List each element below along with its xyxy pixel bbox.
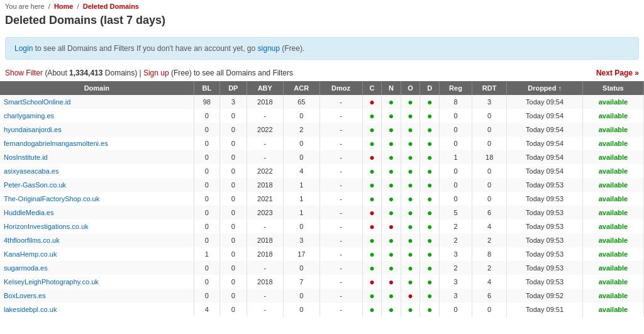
bl-cell: 0 (194, 261, 219, 275)
bl-cell: 1 (194, 247, 219, 261)
dropped-cell: Today 09:52 (507, 289, 583, 303)
aby-cell: - (247, 136, 284, 150)
next-page-link[interactable]: Next Page » (596, 69, 639, 77)
c-cell: ● (362, 123, 382, 136)
dropped-cell: Today 09:54 (507, 150, 583, 164)
rdt-cell: 0 (472, 123, 507, 136)
domain-cell: lakesidebpl.co.uk (0, 303, 194, 316)
reg-cell: 0 (439, 123, 472, 136)
o-cell: ● (401, 164, 420, 178)
home-link[interactable]: Home (54, 3, 74, 10)
acr-cell: 1 (284, 178, 319, 192)
d-cell: ● (420, 109, 440, 123)
domain-link[interactable]: KelseyLeighPhotography.co.uk (4, 278, 99, 286)
status-cell: available (582, 164, 643, 178)
green-dot-icon: ● (427, 138, 432, 148)
domain-link[interactable]: HorizonInvestigations.co.uk (4, 223, 89, 230)
show-filter-link[interactable]: Show Filter (5, 69, 43, 77)
breadcrumb: You are here / Home / Deleted Domains (0, 0, 644, 13)
domain-link[interactable]: hyundaisanjordi.es (4, 126, 62, 133)
green-dot-icon: ● (408, 111, 413, 121)
signup-filter-link[interactable]: Sign up (143, 69, 169, 77)
domain-link[interactable]: KanaHemp.co.uk (4, 250, 57, 258)
domain-cell: asixyaseacaba.es (0, 164, 194, 178)
dp-cell: 0 (220, 233, 247, 247)
login-link[interactable]: Login (14, 44, 33, 53)
domain-cell: KanaHemp.co.uk (0, 247, 194, 261)
dropped-cell: Today 09:53 (507, 206, 583, 220)
col-c[interactable]: C (362, 81, 382, 95)
reg-cell: 1 (439, 150, 472, 164)
dropped-cell: Today 09:54 (507, 123, 583, 136)
bl-cell: 0 (194, 164, 219, 178)
col-rdt[interactable]: RDT (472, 81, 507, 95)
n-cell: ● (382, 109, 401, 123)
signup-link[interactable]: signup (258, 44, 280, 53)
table-header-row: Domain BL DP ABY ACR Dmoz C N O D Reg RD… (0, 81, 644, 95)
col-dropped[interactable]: Dropped ↑ (507, 81, 583, 95)
domain-cell: charlygaming.es (0, 109, 194, 123)
green-dot-icon: ● (427, 291, 432, 301)
green-dot-icon: ● (408, 277, 413, 287)
red-dot-icon: ● (369, 97, 374, 107)
dmoz-cell: - (319, 233, 362, 247)
domain-cell: BoxLovers.es (0, 289, 194, 303)
d-cell: ● (420, 275, 440, 289)
page-title: Deleted Domains (last 7 days) (0, 13, 644, 32)
col-acr[interactable]: ACR (284, 81, 319, 95)
domain-link[interactable]: 4thfloorfilms.co.uk (4, 237, 60, 244)
domain-link[interactable]: fernandogabrielmangasmolteni.es (4, 140, 108, 147)
col-n[interactable]: N (382, 81, 401, 95)
table-row: charlygaming.es 0 0 - 0 - ● ● ● ● 0 0 To… (0, 109, 644, 123)
col-o[interactable]: O (401, 81, 420, 95)
domain-link[interactable]: charlygaming.es (4, 112, 54, 120)
green-dot-icon: ● (427, 235, 432, 245)
green-dot-icon: ● (369, 138, 374, 148)
dmoz-cell: - (319, 206, 362, 220)
aby-cell: - (247, 289, 284, 303)
dropped-cell: Today 09:53 (507, 275, 583, 289)
domain-link[interactable]: BoxLovers.es (4, 292, 46, 299)
d-cell: ● (420, 303, 440, 316)
domain-link[interactable]: sugarmoda.es (4, 264, 48, 272)
domain-cell: HorizonInvestigations.co.uk (0, 220, 194, 233)
domain-cell: sugarmoda.es (0, 261, 194, 275)
col-aby[interactable]: ABY (247, 81, 284, 95)
status-cell: available (582, 95, 643, 109)
col-bl[interactable]: BL (194, 81, 219, 95)
table-row: lakesidebpl.co.uk 4 0 - 0 - ● ● ● ● 0 0 … (0, 303, 644, 316)
col-status[interactable]: Status (582, 81, 643, 95)
dmoz-cell: - (319, 261, 362, 275)
col-domain[interactable]: Domain (0, 81, 194, 95)
green-dot-icon: ● (408, 208, 413, 218)
domain-link[interactable]: asixyaseacaba.es (4, 167, 58, 175)
col-dp[interactable]: DP (220, 81, 247, 95)
o-cell: ● (401, 289, 420, 303)
domain-link[interactable]: HuddleMedia.es (4, 209, 54, 216)
domain-link[interactable]: NosInstitute.id (4, 153, 48, 161)
table-row: Peter-GasSon.co.uk 0 0 2018 1 - ● ● ● ● … (0, 178, 644, 192)
dropped-cell: Today 09:53 (507, 220, 583, 233)
n-cell: ● (382, 233, 401, 247)
table-row: NosInstitute.id 0 0 - 0 - ● ● ● ● 1 18 T… (0, 150, 644, 164)
green-dot-icon: ● (408, 263, 413, 273)
green-dot-icon: ● (427, 125, 432, 135)
green-dot-icon: ● (427, 221, 432, 231)
dropped-cell: Today 09:53 (507, 247, 583, 261)
domain-link[interactable]: Peter-GasSon.co.uk (4, 181, 66, 189)
dmoz-cell: - (319, 289, 362, 303)
green-dot-icon: ● (369, 166, 374, 176)
green-dot-icon: ● (369, 111, 374, 121)
col-dmoz[interactable]: Dmoz (319, 81, 362, 95)
c-cell: ● (362, 220, 382, 233)
bl-cell: 0 (194, 136, 219, 150)
domain-link[interactable]: lakesidebpl.co.uk (4, 306, 57, 313)
domain-link[interactable]: The-OriginalFactoryShop.co.uk (4, 195, 99, 203)
green-dot-icon: ● (369, 194, 374, 204)
col-reg[interactable]: Reg (439, 81, 472, 95)
c-cell: ● (362, 289, 382, 303)
n-cell: ● (382, 206, 401, 220)
col-d[interactable]: D (420, 81, 440, 95)
domain-link[interactable]: SmartSchoolOnline.id (4, 98, 70, 106)
table-row: hyundaisanjordi.es 0 0 2022 2 - ● ● ● ● … (0, 123, 644, 136)
